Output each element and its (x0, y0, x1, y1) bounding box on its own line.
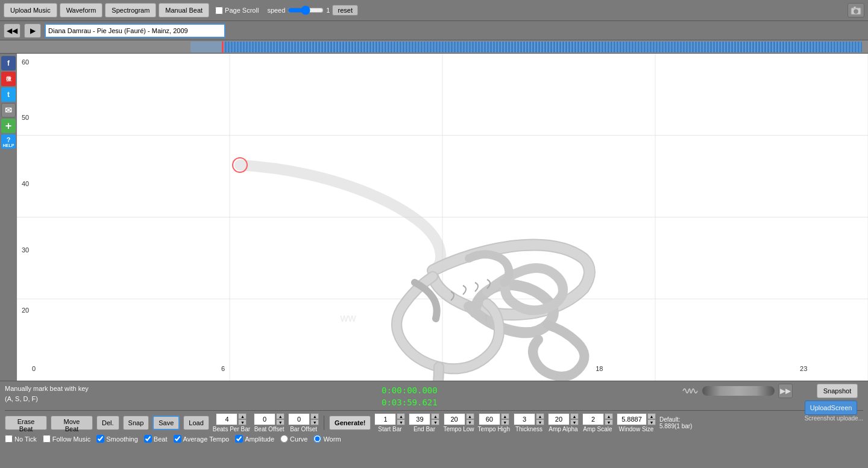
bar-offset-arrows: ▲ ▼ (310, 413, 319, 425)
rewind-button[interactable]: ◀◀ (4, 23, 20, 38)
bar-offset-input[interactable] (288, 413, 310, 425)
amp-alpha-down[interactable]: ▼ (570, 419, 579, 425)
window-size-up[interactable]: ▲ (647, 413, 656, 419)
playhead-slider[interactable] (702, 386, 775, 396)
no-tick-label[interactable]: No Tick (5, 435, 37, 443)
amp-scale-input[interactable] (582, 413, 604, 425)
window-size-input[interactable] (617, 413, 647, 425)
svg-rect-2 (854, 7, 856, 8)
status-row: Manually mark beat with key (A, S, D, F)… (5, 384, 863, 411)
spectrogram-button[interactable]: Spectrogram (105, 3, 156, 17)
weibo-button[interactable]: 微 (1, 72, 16, 86)
twitter-button[interactable]: t (1, 87, 16, 102)
amp-scale-down[interactable]: ▼ (605, 419, 613, 425)
move-beat-button[interactable]: Move Beat (51, 416, 93, 430)
amplitude-checkbox[interactable] (235, 435, 243, 443)
snap-button[interactable]: Snap (123, 416, 149, 430)
tempo-high-up[interactable]: ▲ (501, 413, 509, 419)
tempo-low-input[interactable] (444, 413, 465, 425)
end-bar-up[interactable]: ▲ (431, 413, 439, 419)
bottom-panel: Manually mark beat with key (A, S, D, F)… (0, 381, 868, 468)
waveform-track[interactable] (190, 42, 862, 52)
beat-offset-down[interactable]: ▼ (276, 419, 285, 425)
svg-text:50: 50 (22, 114, 29, 121)
erase-beat-button[interactable]: Erase Beat (5, 416, 47, 430)
waveform-button[interactable]: Waveform (60, 3, 103, 17)
svg-point-1 (854, 10, 858, 14)
end-bar-input[interactable] (409, 413, 430, 425)
average-tempo-checkbox[interactable] (174, 435, 181, 443)
start-bar-up[interactable]: ▲ (397, 413, 405, 419)
start-bar-group: ▲ ▼ Start Bar (374, 413, 405, 432)
add-button[interactable]: + (1, 119, 16, 133)
speed-section: speed 1 reset (267, 5, 358, 16)
generate-button[interactable]: Generate! (329, 416, 371, 430)
amp-scale-up[interactable]: ▲ (605, 413, 613, 419)
waveform-bar[interactable] (0, 40, 868, 54)
camera-icon[interactable] (848, 3, 864, 17)
page-scroll-checkbox-label[interactable]: Page Scroll (215, 7, 259, 14)
file-name-input[interactable] (45, 23, 225, 38)
beat-instructions: Manually mark beat with key (A, S, D, F) (5, 384, 137, 404)
forward-button[interactable]: ▶▶ (778, 384, 793, 398)
start-bar-input[interactable] (374, 413, 396, 425)
curve-label[interactable]: Curve (280, 435, 307, 443)
amp-alpha-up[interactable]: ▲ (570, 413, 579, 419)
no-tick-checkbox[interactable] (5, 435, 13, 443)
toolbar: Upload Music Waveform Spectrogram Manual… (0, 0, 868, 21)
help-button[interactable]: ? HELP (1, 134, 16, 149)
thickness-down[interactable]: ▼ (536, 419, 544, 425)
worm-label[interactable]: Worm (313, 435, 341, 443)
amplitude-label[interactable]: Amplitude (235, 435, 274, 443)
svg-text:23: 23 (800, 365, 807, 372)
beat-offset-input[interactable] (254, 413, 275, 425)
tempo-low-up[interactable]: ▲ (466, 413, 474, 419)
tempo-low-down[interactable]: ▼ (466, 419, 474, 425)
reset-button[interactable]: reset (332, 5, 357, 16)
visualization-svg: 60 50 40 30 20 0 6 18 23 ww t (17, 54, 868, 381)
screenshot-status: Screenshot uploade... (805, 415, 863, 422)
beats-per-bar-input[interactable] (216, 413, 237, 425)
checkboxes-row: No Tick Follow Music Smoothing Beat Aver… (5, 435, 863, 443)
speed-slider[interactable] (288, 5, 324, 15)
curve-radio[interactable] (280, 435, 288, 443)
tempo-high-input[interactable] (479, 413, 500, 425)
bar-offset-down[interactable]: ▼ (310, 419, 319, 425)
email-button[interactable]: ✉ (1, 103, 16, 117)
beat-offset-up[interactable]: ▲ (276, 413, 285, 419)
load-button[interactable]: Load (183, 416, 209, 430)
visualization-canvas: 60 50 40 30 20 0 6 18 23 ww t (17, 54, 868, 381)
save-button[interactable]: Save (153, 416, 180, 430)
bar-offset-up[interactable]: ▲ (310, 413, 319, 419)
waveform-wave (224, 42, 862, 52)
worm-radio[interactable] (313, 435, 321, 443)
thickness-up[interactable]: ▲ (536, 413, 544, 419)
upload-screen-button[interactable]: UploadScreen (805, 401, 858, 415)
tempo-high-down[interactable]: ▼ (501, 419, 509, 425)
beats-per-bar-down[interactable]: ▼ (238, 419, 247, 425)
follow-music-label[interactable]: Follow Music (43, 435, 91, 443)
beats-per-bar-up[interactable]: ▲ (238, 413, 247, 419)
amp-alpha-input[interactable] (548, 413, 570, 425)
window-size-down[interactable]: ▼ (647, 419, 656, 425)
upload-music-button[interactable]: Upload Music (4, 3, 57, 17)
start-bar-down[interactable]: ▼ (397, 419, 405, 425)
average-tempo-label[interactable]: Average Tempo (174, 435, 230, 443)
end-bar-down[interactable]: ▼ (431, 419, 439, 425)
beats-per-bar-group: ▲ ▼ Beats Per Bar (213, 413, 250, 432)
page-scroll-checkbox[interactable] (215, 7, 223, 14)
beat-label[interactable]: Beat (144, 435, 168, 443)
manual-beat-button[interactable]: Manual Beat (159, 3, 209, 17)
beat-checkbox[interactable] (144, 435, 152, 443)
smoothing-label[interactable]: Smoothing (96, 435, 138, 443)
snapshot-button[interactable]: Snapshot (817, 384, 858, 398)
svg-text:40: 40 (22, 180, 29, 187)
facebook-button[interactable]: f (1, 56, 16, 70)
play-button[interactable]: ▶ (24, 23, 41, 38)
svg-text:20: 20 (22, 307, 29, 314)
tempo-high-group: ▲ ▼ Tempo High (478, 413, 510, 432)
follow-music-checkbox[interactable] (43, 435, 51, 443)
del-button[interactable]: Del. (96, 416, 119, 430)
thickness-input[interactable] (514, 413, 535, 425)
smoothing-checkbox[interactable] (96, 435, 104, 443)
